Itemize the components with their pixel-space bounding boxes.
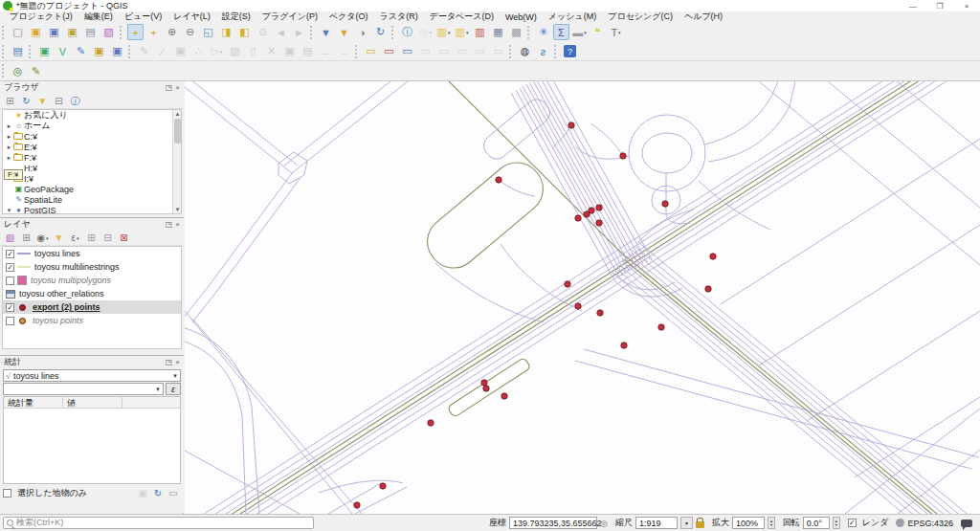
zoom-to-native-plugin-button[interactable]: ◎ [10, 63, 26, 79]
restore-button[interactable]: ❐ [926, 0, 953, 11]
add-group-button[interactable]: ⊞ [19, 231, 33, 245]
crs-status[interactable]: EPSG:4326 [907, 519, 953, 528]
layers-float-button[interactable]: ◳ [166, 220, 173, 229]
browser-item-e[interactable]: ▸E:¥ [3, 142, 181, 152]
browser-properties-button[interactable]: ⓘ [68, 94, 82, 108]
browser-item-h[interactable]: H:¥ [3, 163, 181, 173]
filter-legend-button[interactable]: ▼ [52, 231, 66, 245]
selected-features-only-checkbox[interactable] [3, 489, 11, 498]
layer-labeling-single-button[interactable]: ▭ [381, 43, 397, 59]
close-button[interactable]: × [953, 0, 980, 11]
scale-dropdown-arrow[interactable]: ▼ [680, 517, 693, 529]
map-tips-button[interactable]: ❝ [590, 24, 606, 40]
messages-icon[interactable] [961, 520, 972, 527]
measure-button[interactable]: ▬▾ [571, 24, 588, 40]
save-project-button[interactable]: ▣ [46, 24, 62, 40]
statistics-layer-combo[interactable]: √ toyosu lines ▼ [3, 369, 181, 382]
locator-search-input[interactable]: 検索(Ctrl+K) [3, 517, 314, 529]
select-features-button[interactable]: ▥▾ [435, 24, 452, 40]
layer-visibility-checkbox[interactable] [6, 277, 14, 285]
filter-browser-button[interactable]: ▼ [35, 94, 50, 108]
metasearch-button[interactable]: ◍ [517, 43, 533, 59]
menu-9[interactable]: Web(W) [500, 12, 543, 22]
new-spatial-bookmark-button[interactable]: ▼ [318, 24, 334, 40]
deselect-features-button[interactable]: ▥ [472, 24, 488, 40]
new-shapefile-layer-button[interactable]: V [55, 43, 71, 59]
browser-item-geopackage[interactable]: ▣GeoPackage [3, 184, 181, 194]
expand-all-button[interactable]: ⊞ [84, 231, 99, 245]
collapse-all-layers-button[interactable]: ⊟ [100, 231, 115, 245]
render-checkbox[interactable]: ✓ [848, 519, 857, 527]
browser-item-postgis[interactable]: ▾●PostGIS [3, 205, 181, 214]
layer-diagram-button[interactable]: ▭ [399, 43, 415, 59]
statistics-expression-button[interactable]: ε [166, 383, 181, 395]
scale-lock-icon[interactable] [696, 521, 704, 528]
refresh-statistics-button[interactable]: ↻ [151, 486, 165, 499]
new-memory-layer-button[interactable]: ▣ [109, 43, 125, 59]
refresh-map-button[interactable]: ↻ [372, 24, 389, 40]
text-annotation-button[interactable]: T▾ [608, 24, 624, 40]
processing-toolbox-button[interactable]: ✳ [535, 24, 551, 40]
layer-visibility-checkbox[interactable] [6, 317, 14, 325]
zoom-to-selection-button[interactable]: ◨ [218, 24, 234, 40]
collapse-all-button[interactable]: ⊟ [52, 94, 66, 108]
statistics-close-button[interactable]: × [175, 358, 180, 366]
zoom-out-button[interactable]: ⊖ [182, 24, 198, 40]
remove-layer-button[interactable]: ⊠ [117, 231, 131, 245]
osm-place-search-plugin-button[interactable]: ✎ [28, 63, 44, 79]
magnifier-spinner[interactable]: ▲▼ [768, 517, 775, 529]
style-manager-button[interactable]: ▧ [100, 24, 117, 40]
python-console-button[interactable]: ƨ [535, 43, 551, 59]
browser-scrollbar[interactable]: ▲▼ [172, 110, 181, 213]
save-project-as-button[interactable]: ▣ [64, 24, 80, 40]
browser-item-[interactable]: ▸⌂ホーム [3, 121, 181, 131]
pan-map-button[interactable]: + [127, 24, 144, 40]
browser-float-button[interactable]: ◳ [166, 83, 173, 92]
layer-labeling-button[interactable]: ▭ [363, 43, 379, 59]
layers-close-button[interactable]: × [175, 220, 180, 229]
help-contents-button[interactable]: ? [562, 43, 578, 59]
statistics-field-combo[interactable]: ▼ [3, 383, 164, 395]
layer-visibility-checkbox[interactable]: ✓ [6, 303, 14, 312]
new-geopackage-layer-button[interactable]: ▣ [36, 43, 53, 59]
statistics-float-button[interactable]: ◳ [166, 358, 173, 366]
show-bookmarks-button[interactable]: ▼ [336, 24, 352, 40]
layer-visibility-checkbox[interactable]: ✓ [6, 250, 14, 258]
layer-visibility-checkbox[interactable]: ✓ [6, 263, 14, 272]
temporal-controller-button[interactable]: ◑ [354, 24, 370, 40]
filter-by-expression-button[interactable]: ε▾ [68, 231, 82, 245]
layer-item-export--2--points[interactable]: ✓export (2) points [3, 300, 181, 314]
new-project-button[interactable]: ▢ [10, 24, 26, 40]
map-canvas[interactable] [185, 81, 980, 514]
statistics-summary-button[interactable]: Σ [553, 24, 569, 40]
add-selected-layers-button[interactable]: ⊞ [3, 94, 17, 108]
minimize-button[interactable]: — [900, 0, 926, 11]
new-spatialite-layer-button[interactable]: ✎ [73, 43, 89, 59]
zoom-to-layer-button[interactable]: ◧ [236, 24, 253, 40]
identify-features-button[interactable]: ⓘ [399, 24, 415, 40]
layer-item-toyosu-lines[interactable]: ✓toyosu lines [3, 247, 181, 260]
refresh-browser-button[interactable]: ↻ [19, 94, 33, 108]
layer-item-toyosu-points[interactable]: toyosu points [3, 314, 181, 327]
browser-item-spatialite[interactable]: ✎SpatiaLite [3, 194, 181, 205]
browser-close-button[interactable]: × [175, 83, 180, 92]
open-attribute-table-button[interactable]: ▦ [490, 24, 506, 40]
zoom-in-button[interactable]: ⊕ [164, 24, 180, 40]
browser-item-i[interactable]: I:¥ [3, 173, 181, 184]
select-by-value-button[interactable]: ▥▾ [454, 24, 470, 40]
magnifier-input[interactable]: 100% [732, 517, 765, 529]
new-virtual-layer-button[interactable]: ▣ [91, 43, 107, 59]
statistics-options-button[interactable]: ▭ [167, 486, 180, 499]
scale-combo[interactable]: 1:919 [635, 517, 678, 529]
coordinate-input[interactable]: 139.793235,35.655662 [509, 517, 597, 529]
open-project-button[interactable]: ▣ [28, 24, 44, 40]
layer-item-toyosu-other_relations[interactable]: toyosu other_relations [3, 287, 181, 300]
datasource-manager-button[interactable]: ▤ [10, 43, 26, 59]
rotation-spinner[interactable]: ▲▼ [833, 517, 840, 529]
zoom-full-button[interactable]: ◱ [200, 24, 216, 40]
extents-toggle-icon[interactable]: ◎ [600, 519, 608, 528]
layer-item-toyosu-multilinestrings[interactable]: ✓toyosu multilinestrings [3, 260, 181, 274]
browser-item-c[interactable]: ▸C:¥ [3, 131, 181, 142]
open-layer-styling-button[interactable]: ▧ [3, 231, 17, 245]
field-calculator-button[interactable]: ▩ [508, 24, 524, 40]
